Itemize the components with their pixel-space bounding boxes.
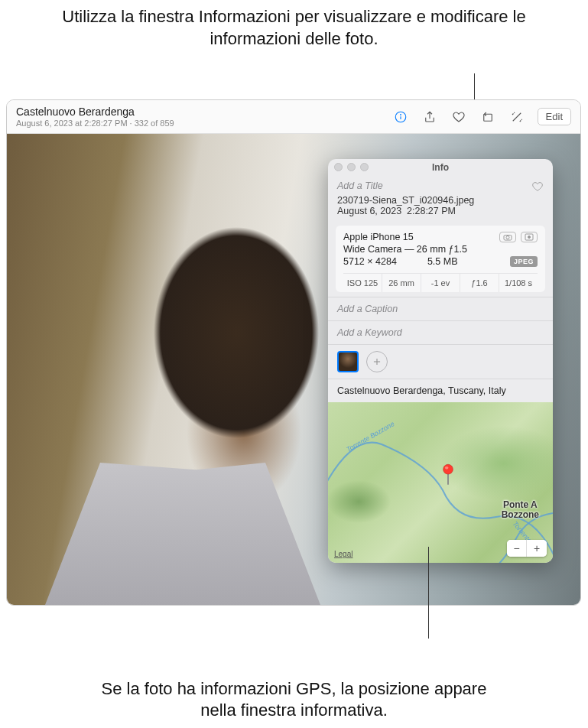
location-text[interactable]: Castelnuovo Berardenga, Tuscany, Italy: [328, 379, 553, 402]
callout-line-bottom: [428, 547, 429, 639]
share-button[interactable]: [421, 109, 438, 125]
info-button[interactable]: [392, 109, 409, 125]
zoom-dot[interactable]: [360, 163, 369, 171]
map-pin[interactable]: [440, 463, 456, 489]
faces-row: [328, 345, 553, 379]
svg-point-11: [443, 464, 453, 474]
exif-aperture: ƒ1.6: [460, 274, 499, 292]
keyword-input[interactable]: Add a Keyword: [337, 327, 402, 338]
exif-shutter: 1/108 s: [499, 274, 538, 292]
toolbar-icons: Edit: [392, 108, 571, 125]
file-size: 5.5 MB: [427, 256, 458, 267]
photo-subtitle: August 6, 2023 at 2:28:27 PM · 332 of 85…: [16, 119, 392, 128]
map-zoom-control: − +: [507, 540, 547, 557]
plus-icon: [372, 356, 382, 367]
info-window-title: Info: [432, 162, 449, 173]
camera-lens: Wide Camera — 26 mm ƒ1.5: [343, 244, 538, 255]
callout-bottom-text: Se la foto ha informazioni GPS, la posiz…: [0, 678, 588, 722]
map-legal-link[interactable]: Legal: [334, 550, 352, 558]
minimize-dot[interactable]: [347, 163, 356, 171]
heart-icon: [452, 110, 466, 124]
exif-ev: -1 ev: [421, 274, 460, 292]
rotate-button[interactable]: [479, 109, 496, 125]
auto-enhance-button[interactable]: [508, 109, 525, 125]
keyword-row: Add a Keyword: [328, 321, 553, 345]
caption-input[interactable]: Add a Caption: [337, 304, 398, 314]
heart-icon: [531, 180, 544, 193]
location-map[interactable]: Torrente Bozzone Torrente Bo Ponte A Boz…: [328, 402, 553, 563]
share-icon: [423, 110, 437, 124]
rotate-icon: [481, 110, 495, 124]
svg-point-12: [445, 466, 449, 470]
camera-device: Apple iPhone 15: [343, 232, 414, 242]
format-badge: JPEG: [510, 256, 538, 267]
zoom-out-button[interactable]: −: [507, 540, 527, 557]
wb-icon: [499, 232, 516, 242]
photo-title: Castelnuovo Berardenga: [16, 106, 392, 118]
svg-point-7: [528, 236, 531, 239]
svg-point-5: [506, 236, 509, 239]
close-dot[interactable]: [334, 163, 343, 171]
exif-focal: 26 mm: [382, 274, 421, 292]
pin-icon: [440, 463, 456, 486]
callout-top-text: Utilizza la finestra Informazioni per vi…: [0, 6, 588, 50]
camera-metadata-block: Apple iPhone 15 Wide Camera — 26 mm ƒ1.5…: [336, 226, 545, 292]
map-town-label: Ponte A Bozzone: [502, 500, 539, 520]
zoom-in-button[interactable]: +: [527, 540, 547, 557]
image-dimensions: 5712 × 4284: [343, 256, 397, 267]
info-header-section: Add a Title 230719-Siena_ST_i020946.jpeg…: [328, 176, 553, 221]
title-input[interactable]: Add a Title: [337, 180, 383, 191]
info-favorite-toggle[interactable]: [531, 180, 544, 195]
add-face-button[interactable]: [366, 351, 388, 372]
wand-icon: [510, 110, 524, 124]
exif-row: ISO 125 26 mm -1 ev ƒ1.6 1/108 s: [343, 273, 538, 292]
caption-row: Add a Caption: [328, 297, 553, 321]
toolbar: Castelnuovo Berardenga August 6, 2023 at…: [7, 100, 580, 134]
info-datetime: August 6, 2023 2:28:27 PM: [337, 206, 544, 216]
edit-button[interactable]: Edit: [538, 108, 571, 125]
metering-icon: [521, 232, 538, 242]
info-filename: 230719-Siena_ST_i020946.jpeg: [337, 195, 544, 206]
svg-point-2: [400, 114, 401, 115]
info-icon: [394, 110, 408, 124]
favorite-button[interactable]: [450, 109, 467, 125]
detected-face-thumb[interactable]: [337, 351, 359, 372]
window-controls[interactable]: [334, 163, 369, 171]
info-panel: Info Add a Title 230719-Siena_ST_i020946…: [328, 159, 553, 563]
info-titlebar: Info: [328, 159, 553, 176]
title-block: Castelnuovo Berardenga August 6, 2023 at…: [16, 106, 392, 128]
exif-iso: ISO 125: [343, 274, 382, 292]
